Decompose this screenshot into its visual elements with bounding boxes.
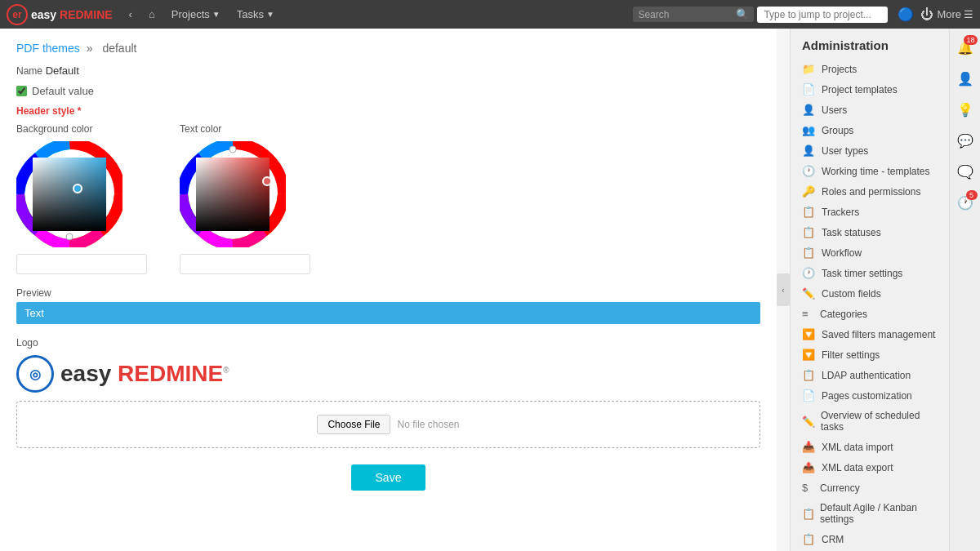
sidebar-item-users[interactable]: 👤Users — [791, 100, 949, 120]
sidebar-collapse-button[interactable]: ‹ — [777, 273, 790, 306]
logo-section-label: Logo — [16, 337, 760, 349]
logo-display-text: easy REDMINE® — [60, 361, 229, 387]
nav-back-button[interactable]: ‹ — [122, 5, 139, 24]
sidebar-item-saved-filters-management[interactable]: 🔽Saved filters management — [791, 324, 949, 344]
user-icon-button[interactable]: 👤 — [953, 66, 978, 91]
sidebar-icon: 📋 — [802, 533, 815, 545]
chat-icon-button[interactable]: 🗨️ — [953, 159, 978, 184]
text-color-label: Text color — [180, 123, 310, 135]
svg-point-7 — [263, 177, 271, 185]
sidebar-icon: 📄 — [802, 83, 815, 96]
sidebar-item-xml-data-import[interactable]: 📥XML data import — [791, 437, 949, 457]
sidebar-icon: 🕐 — [802, 165, 815, 177]
top-navigation: er easy REDMINE ‹ ⌂ Projects ▼ Tasks ▼ 🔍… — [0, 0, 980, 29]
breadcrumb: PDF themes » default — [16, 42, 760, 55]
sidebar-icon: ✏️ — [802, 287, 815, 300]
sidebar-icon: 📋 — [802, 369, 815, 381]
sidebar-item-roles-and-permissions[interactable]: 🔑Roles and permissions — [791, 181, 949, 202]
sidebar-item-task-timer-settings[interactable]: 🕐Task timer settings — [791, 263, 949, 283]
lightbulb-icon-button[interactable]: 💡 — [953, 97, 978, 122]
sidebar-icon: $ — [802, 482, 813, 494]
sidebar-item-ldap-authentication[interactable]: 📋LDAP authentication — [791, 365, 949, 385]
sidebar-icon: 🕐 — [802, 267, 815, 279]
sidebar-item-trackers[interactable]: 📋Trackers — [791, 202, 949, 222]
nav-home-button[interactable]: ⌂ — [142, 5, 162, 24]
sidebar-item-filter-settings[interactable]: 🔽Filter settings — [791, 344, 949, 365]
name-field-row: Name Default — [16, 64, 760, 77]
sidebar-item-task-statuses[interactable]: 📋Task statuses — [791, 222, 949, 242]
text-color-input[interactable]: #ffffff — [180, 254, 310, 274]
logo-display: ◎ easy REDMINE® — [16, 355, 760, 393]
preview-text: Text — [24, 307, 44, 319]
preview-bar: Text — [16, 302, 760, 324]
bg-color-wheel[interactable] — [16, 141, 122, 247]
nav-projects-button[interactable]: Projects ▼ — [165, 5, 227, 24]
breadcrumb-parent[interactable]: PDF themes — [16, 42, 80, 55]
main-layout: PDF themes » default Name Default Defaul… — [0, 29, 980, 551]
sidebar-item-currency[interactable]: $Currency — [791, 478, 949, 498]
no-file-label: No file chosen — [397, 419, 459, 430]
name-label: Name — [16, 65, 42, 77]
default-value-label: Default value — [32, 85, 94, 97]
sidebar-item-overview-of-scheduled-tasks[interactable]: ✏️Overview of scheduled tasks — [791, 406, 949, 437]
more-label: More — [937, 8, 961, 20]
sidebar-item-crm[interactable]: 📋CRM — [791, 529, 949, 549]
sidebar-icon: 📋 — [802, 508, 813, 520]
sidebar-item-xml-data-export[interactable]: 📤XML data export — [791, 457, 949, 478]
search-input[interactable] — [638, 9, 736, 20]
header-style-label: Header style * — [16, 105, 760, 117]
svg-point-3 — [74, 184, 82, 193]
timer-badge: 5 — [966, 190, 978, 200]
breadcrumb-separator: » — [87, 42, 93, 55]
svg-rect-6 — [196, 158, 270, 231]
power-icon-button[interactable]: ⏻ — [920, 7, 933, 22]
default-value-checkbox[interactable] — [16, 86, 27, 96]
timer-icon-button[interactable]: 🕐 5 — [953, 190, 978, 215]
header-style-section: Header style * Background color — [16, 105, 760, 324]
sidebar-item-pages-customization[interactable]: 📄Pages customization — [791, 385, 949, 406]
message-icon-button[interactable]: 💬 — [953, 128, 978, 153]
sidebar-icon: 🔽 — [802, 349, 815, 361]
text-color-wheel[interactable] — [180, 141, 286, 247]
logo-display-icon: ◎ — [16, 355, 54, 393]
sidebar-icon: 📋 — [802, 206, 815, 218]
sidebar-icon: 📥 — [802, 441, 815, 453]
name-display: Default — [46, 64, 79, 77]
svg-point-8 — [229, 146, 236, 153]
sidebar-icon: 👥 — [802, 124, 815, 136]
save-button[interactable]: Save — [351, 464, 426, 491]
sidebar-item-project-templates[interactable]: 📄Project templates — [791, 79, 949, 100]
sidebar-item-projects[interactable]: 📁Projects — [791, 59, 949, 79]
sidebar-item-custom-fields[interactable]: ✏️Custom fields — [791, 283, 949, 304]
preview-section: Preview Text — [16, 287, 760, 324]
project-jump-input[interactable] — [757, 7, 888, 23]
preview-label: Preview — [16, 287, 760, 299]
bg-color-input[interactable]: #39abe3 — [16, 254, 147, 274]
sidebar-item-workflow[interactable]: 📋Workflow — [791, 242, 949, 263]
help-icon-button[interactable]: 🔵 — [898, 7, 914, 22]
nav-icons: 🔵 ⏻ — [898, 7, 933, 22]
more-button[interactable]: More ☰ — [937, 8, 973, 20]
sidebar-item-default-agile-/-kanban-settings[interactable]: 📋Default Agile / Kanban settings — [791, 498, 949, 529]
choose-file-button[interactable]: Choose File — [317, 415, 390, 434]
logo-reg: ® — [223, 366, 229, 375]
sidebar-icon: 👤 — [802, 144, 815, 157]
default-value-row: Default value — [16, 85, 760, 97]
color-pickers-row: Background color — [16, 123, 760, 274]
administration-sidebar: Administration 📁Projects📄Project templat… — [790, 29, 949, 551]
sidebar-item-categories[interactable]: ≡Categories — [791, 304, 949, 324]
logo-text: easy REDMINE — [31, 8, 113, 21]
projects-chevron-icon: ▼ — [212, 10, 220, 19]
sidebar-item-groups[interactable]: 👥Groups — [791, 120, 949, 140]
nav-tasks-button[interactable]: Tasks ▼ — [230, 5, 281, 24]
logo: er easy REDMINE — [7, 4, 119, 25]
notifications-button[interactable]: 🔔 18 — [953, 35, 978, 60]
sidebar-icon: 🔽 — [802, 328, 815, 340]
sidebar-item-working-time---templates[interactable]: 🕐Working time - templates — [791, 161, 949, 181]
logo-section: Logo ◎ easy REDMINE® Choose File No file… — [16, 337, 760, 448]
file-upload-area: Choose File No file chosen — [16, 401, 760, 448]
save-section: Save — [16, 464, 760, 491]
sidebar-item-user-types[interactable]: 👤User types — [791, 140, 949, 161]
tasks-chevron-icon: ▼ — [266, 10, 274, 19]
breadcrumb-current: default — [102, 42, 136, 55]
